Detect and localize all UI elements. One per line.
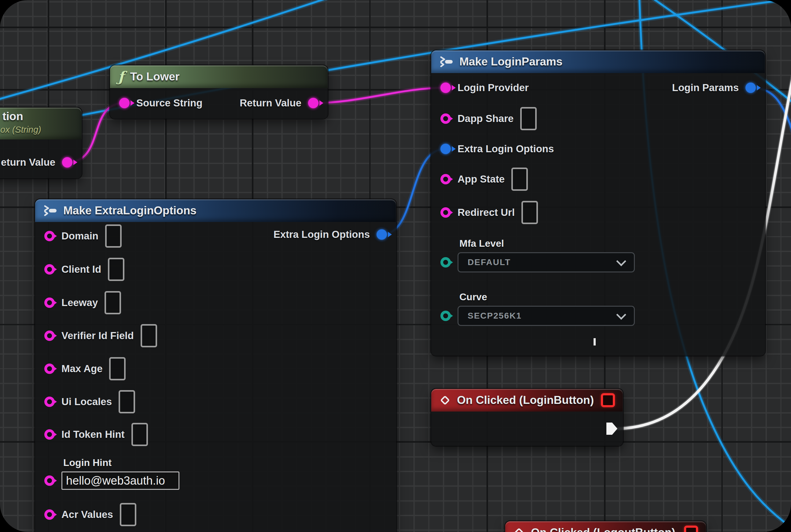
curve-row: Curve SECP256K1: [440, 306, 635, 326]
node-partial-function-subtitle: ox (String): [0, 125, 41, 135]
string-input-pin[interactable]: [440, 113, 451, 124]
dapp-share-label: Dapp Share: [458, 113, 514, 125]
string-input-pin[interactable]: [440, 82, 451, 93]
make-struct-icon: [439, 56, 453, 67]
partial-return-value-row: eturn Value: [1, 156, 73, 168]
enum-input-pin[interactable]: [440, 311, 451, 321]
make-struct-icon: [43, 205, 57, 216]
node-onclicked-loginbutton[interactable]: On Clicked (LoginButton): [431, 389, 623, 446]
redirect-url-checkbox[interactable]: [521, 201, 538, 224]
extra-login-options-input-label: Extra Login Options: [458, 143, 554, 155]
node-onclicked-logoutbutton-header[interactable]: On Clicked (LogoutButton): [505, 521, 706, 532]
node-to-lower-title: To Lower: [130, 70, 320, 83]
node-make-loginparams-title: Make LoginParams: [459, 55, 757, 68]
string-input-pin[interactable]: [44, 509, 55, 520]
mfa-level-dropdown[interactable]: DEFAULT: [458, 252, 635, 272]
max-age-label: Max Age: [61, 363, 102, 375]
chevron-up-icon: [594, 338, 596, 345]
ui-locales-label: Ui Locales: [61, 396, 112, 407]
mfa-level-value: DEFAULT: [468, 258, 511, 267]
leeway-label: Leeway: [61, 297, 98, 308]
login-hint-row: Login Hint: [44, 472, 179, 490]
node-partial-function-title: tion: [2, 110, 23, 123]
curve-value: SECP256K1: [468, 311, 522, 321]
verifier-id-field-row: Verifier Id Field: [44, 324, 157, 347]
node-partial-function[interactable]: tion ox (String) eturn Value: [0, 108, 82, 178]
exec-output-pin[interactable]: [606, 422, 617, 435]
mfa-level-label: Mfa Level: [459, 238, 504, 249]
string-input-pin[interactable]: [44, 429, 55, 440]
domain-label: Domain: [61, 230, 98, 242]
domain-row: Domain: [44, 224, 122, 248]
login-hint-input[interactable]: [61, 472, 179, 490]
blueprint-canvas[interactable]: tion ox (String) eturn Value ƒ To Lower …: [0, 0, 791, 532]
string-input-pin[interactable]: [44, 231, 55, 241]
domain-checkbox[interactable]: [105, 224, 122, 248]
node-onclicked-loginbutton-title: On Clicked (LoginButton): [457, 394, 595, 407]
struct-output-pin[interactable]: [746, 82, 756, 93]
app-state-row: App State: [440, 168, 528, 191]
enum-input-pin[interactable]: [440, 257, 451, 268]
string-output-pin[interactable]: [308, 98, 319, 108]
ui-locales-checkbox[interactable]: [119, 390, 135, 413]
node-partial-function-header[interactable]: tion ox (String): [0, 108, 82, 139]
max-age-checkbox[interactable]: [109, 357, 126, 380]
chevron-down-icon: [616, 310, 626, 320]
redirect-url-label: Redirect Url: [458, 207, 515, 218]
id-token-hint-checkbox[interactable]: [131, 423, 148, 446]
node-make-extraloginoptions-header[interactable]: Make ExtraLoginOptions: [35, 200, 396, 222]
dapp-share-checkbox[interactable]: [520, 107, 537, 130]
extra-login-options-output-row: Extra Login Options: [273, 229, 387, 240]
partial-return-value-label: eturn Value: [1, 156, 55, 168]
node-to-lower-header[interactable]: ƒ To Lower: [110, 65, 328, 88]
string-input-pin[interactable]: [440, 207, 451, 218]
node-make-loginparams-header[interactable]: Make LoginParams: [431, 51, 765, 73]
client-id-row: Client Id: [44, 258, 124, 281]
acr-values-checkbox[interactable]: [120, 503, 136, 526]
extra-login-options-input-row: Extra Login Options: [440, 143, 554, 155]
node-make-loginparams[interactable]: Make LoginParams Login Params Login Prov…: [431, 51, 765, 356]
app-state-checkbox[interactable]: [512, 168, 528, 191]
node-onclicked-logoutbutton-title: On Clicked (LogoutButton): [531, 526, 678, 532]
login-params-output-row: Login Params: [672, 82, 756, 94]
curve-dropdown[interactable]: SECP256K1: [458, 306, 635, 326]
client-id-label: Client Id: [61, 264, 101, 275]
id-token-hint-row: Id Token Hint: [44, 423, 148, 446]
node-make-extraloginoptions[interactable]: Make ExtraLoginOptions Extra Login Optio…: [35, 200, 396, 532]
collapse-node-button[interactable]: [594, 340, 603, 349]
string-input-pin[interactable]: [440, 174, 451, 184]
screenshot-frame: tion ox (String) eturn Value ƒ To Lower …: [0, 0, 791, 532]
id-token-hint-label: Id Token Hint: [61, 429, 125, 440]
chevron-down-icon: [616, 256, 626, 266]
source-string-label: Source String: [136, 97, 202, 109]
leeway-checkbox[interactable]: [104, 291, 121, 314]
string-input-pin[interactable]: [44, 330, 55, 341]
node-make-extraloginoptions-title: Make ExtraLoginOptions: [63, 204, 388, 217]
leeway-row: Leeway: [44, 291, 121, 314]
string-output-pin[interactable]: [62, 157, 73, 168]
node-onclicked-loginbutton-header[interactable]: On Clicked (LoginButton): [431, 389, 623, 412]
string-input-pin[interactable]: [44, 475, 55, 486]
string-input-pin[interactable]: [119, 98, 130, 108]
struct-input-pin[interactable]: [440, 144, 451, 154]
client-id-checkbox[interactable]: [108, 258, 124, 281]
login-params-output-label: Login Params: [672, 82, 739, 94]
string-input-pin[interactable]: [44, 397, 55, 407]
verifier-id-field-checkbox[interactable]: [140, 324, 157, 347]
redirect-url-row: Redirect Url: [440, 201, 538, 224]
node-to-lower[interactable]: ƒ To Lower Source String Return Value: [110, 65, 328, 119]
event-icon: [513, 527, 525, 532]
string-input-pin[interactable]: [44, 363, 55, 374]
login-provider-label: Login Provider: [458, 82, 529, 94]
acr-values-row: Acr Values: [44, 503, 136, 526]
string-input-pin[interactable]: [44, 298, 55, 308]
verifier-id-field-label: Verifier Id Field: [61, 330, 134, 342]
return-value-row: Return Value: [239, 97, 319, 109]
extra-login-options-output-label: Extra Login Options: [273, 229, 370, 240]
node-onclicked-logoutbutton[interactable]: On Clicked (LogoutButton): [505, 521, 706, 532]
struct-output-pin[interactable]: [377, 229, 387, 240]
exec-output-row: [606, 422, 617, 435]
string-input-pin[interactable]: [44, 264, 55, 274]
bound-event-icon: [684, 526, 698, 532]
ui-locales-row: Ui Locales: [44, 390, 135, 413]
